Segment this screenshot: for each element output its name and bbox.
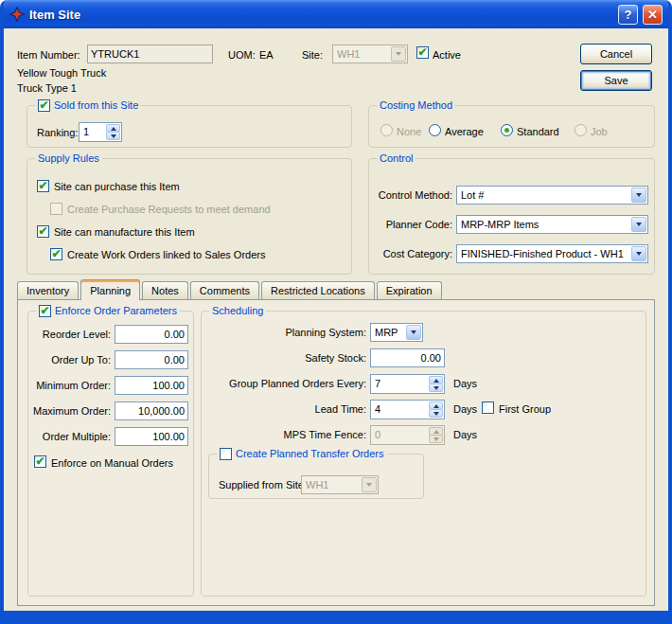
group-planned-orders-value: 7 <box>375 378 427 389</box>
site-can-purchase-checkbox[interactable]: ✔ <box>37 180 49 192</box>
dropdown-arrow-icon[interactable] <box>406 325 421 340</box>
create-planned-transfer-orders-checkbox[interactable] <box>220 448 232 460</box>
tab-expiration[interactable]: Expiration <box>377 281 442 299</box>
item-site-window: Item Site ? ✕ Item Number: UOM: EA Site:… <box>0 0 672 624</box>
ranking-value: 1 <box>83 126 104 137</box>
check-icon: ✔ <box>51 248 61 259</box>
costing-average-radio[interactable] <box>429 124 441 136</box>
item-number-label: Item Number: <box>17 49 80 62</box>
up-arrow-icon <box>433 379 439 383</box>
check-icon: ✔ <box>40 305 49 316</box>
supplied-from-site-label: Supplied from Site: <box>219 479 307 491</box>
enforce-order-parameters-checkbox[interactable]: ✔ <box>39 305 51 317</box>
ranking-label: Ranking: <box>37 127 78 139</box>
spin-down-button[interactable] <box>106 132 120 140</box>
supply-rules-legend: Supply Rules <box>35 152 102 165</box>
ranking-spinner[interactable]: 1 <box>79 122 122 142</box>
site-combo[interactable]: WH1 <box>332 45 408 63</box>
costing-job-label: Job <box>591 126 608 138</box>
control-method-combo[interactable]: Lot # <box>456 186 648 205</box>
planner-code-value: MRP-MRP Items <box>461 219 628 230</box>
supply-rules-group: Supply Rules ✔ Site can purchase this It… <box>27 158 352 275</box>
tab-restricted-locations[interactable]: Restricted Locations <box>261 281 375 299</box>
enforce-order-parameters-group: ✔ Enforce Order Parameters Reorder Level… <box>27 311 194 597</box>
create-planned-transfer-orders-title: Create Planned Transfer Orders <box>236 448 384 460</box>
down-arrow-icon <box>433 386 439 390</box>
tab-inventory[interactable]: Inventory <box>17 281 79 299</box>
scheduling-group: Scheduling Planning System: MRP Safety S… <box>201 311 646 597</box>
enforce-manual-orders-label: Enforce on Manual Orders <box>51 457 173 470</box>
maximum-order-input[interactable] <box>115 401 188 420</box>
order-up-to-input[interactable] <box>115 350 188 369</box>
costing-method-group: Costing Method None Average Standard Job <box>368 105 655 148</box>
safety-stock-input[interactable] <box>370 348 445 367</box>
site-combo-value: WH1 <box>337 48 388 60</box>
costing-job-radio[interactable] <box>575 124 587 136</box>
dropdown-arrow-icon[interactable] <box>631 187 646 203</box>
uom-label: UOM: <box>228 49 256 62</box>
supplied-from-site-combo[interactable]: WH1 <box>301 475 379 494</box>
help-button[interactable]: ? <box>618 5 638 25</box>
lead-time-value: 4 <box>375 403 427 415</box>
save-button[interactable]: Save <box>580 70 652 91</box>
create-planned-transfer-orders-group: Create Planned Transfer Orders Supplied … <box>208 454 424 499</box>
costing-standard-radio[interactable] <box>501 124 513 136</box>
tab-notes[interactable]: Notes <box>142 281 188 299</box>
sold-from-site-checkbox[interactable]: ✔ <box>38 99 50 112</box>
item-description-line2: Truck Type 1 <box>17 82 77 95</box>
planner-code-combo[interactable]: MRP-MRP Items <box>456 215 648 234</box>
mps-days-label: Days <box>453 429 477 441</box>
lead-time-spinner[interactable]: 4 <box>370 400 445 419</box>
group-planned-orders-spinner[interactable]: 7 <box>370 374 445 394</box>
site-can-manufacture-label: Site can manufacture this Item <box>54 226 195 239</box>
cancel-button[interactable]: Cancel <box>580 44 652 64</box>
reorder-level-input[interactable] <box>115 325 188 344</box>
costing-none-radio[interactable] <box>380 124 393 136</box>
spin-down-button[interactable] <box>429 409 443 418</box>
site-can-manufacture-checkbox[interactable]: ✔ <box>37 225 49 238</box>
site-label: Site: <box>302 49 323 62</box>
close-button[interactable]: ✕ <box>643 5 663 25</box>
mps-time-fence-spinner[interactable]: 0 <box>370 425 445 445</box>
up-arrow-icon <box>433 404 439 408</box>
order-up-to-label: Order Up To: <box>28 354 111 366</box>
item-description-line1: Yellow Tough Truck <box>17 67 106 80</box>
dialog-body: Item Number: UOM: EA Site: WH1 ✔ Active … <box>4 28 668 611</box>
up-arrow-icon <box>433 430 439 434</box>
first-group-checkbox[interactable] <box>482 401 494 414</box>
planning-system-value: MRP <box>375 327 403 338</box>
item-number-input[interactable] <box>87 45 213 63</box>
control-title: Control <box>380 152 413 165</box>
sold-from-site-title: Sold from this Site <box>54 99 138 112</box>
check-icon: ✔ <box>35 455 44 467</box>
enforce-manual-orders-checkbox[interactable]: ✔ <box>34 455 46 468</box>
reorder-level-label: Reorder Level: <box>28 329 111 341</box>
create-planned-transfer-orders-legend: Create Planned Transfer Orders <box>217 448 387 460</box>
costing-standard-label: Standard <box>517 126 559 138</box>
supplied-from-site-value: WH1 <box>306 479 359 490</box>
check-icon: ✔ <box>38 180 47 191</box>
costing-method-legend: Costing Method <box>377 99 455 112</box>
spin-down-button[interactable] <box>429 383 443 392</box>
planning-system-combo[interactable]: MRP <box>370 323 423 342</box>
active-checkbox[interactable]: ✔ <box>416 46 429 59</box>
supply-rules-title: Supply Rules <box>38 152 99 165</box>
tab-planning[interactable]: Planning <box>80 279 140 300</box>
dropdown-arrow-icon[interactable] <box>631 217 646 232</box>
cost-category-combo[interactable]: FINISHED-Finished Product - WH1 <box>456 244 648 263</box>
uom-value: EA <box>259 49 274 62</box>
order-multiple-label: Order Multiple: <box>28 431 111 443</box>
spin-down-button[interactable] <box>429 435 443 443</box>
order-multiple-input[interactable] <box>115 427 188 446</box>
create-work-orders-label: Create Work Orders linked to Sales Order… <box>67 249 265 261</box>
control-legend: Control <box>377 152 416 165</box>
tab-comments[interactable]: Comments <box>190 281 259 299</box>
dropdown-arrow-icon[interactable] <box>631 246 646 261</box>
minimum-order-input[interactable] <box>115 376 188 395</box>
costing-none-label: None <box>397 126 421 138</box>
create-purchase-requests-checkbox[interactable] <box>50 203 62 215</box>
enforce-order-parameters-legend: ✔ Enforce Order Parameters <box>36 305 180 317</box>
enforce-order-parameters-title: Enforce Order Parameters <box>55 305 177 317</box>
down-arrow-icon <box>433 412 439 416</box>
create-work-orders-checkbox[interactable]: ✔ <box>50 248 62 260</box>
